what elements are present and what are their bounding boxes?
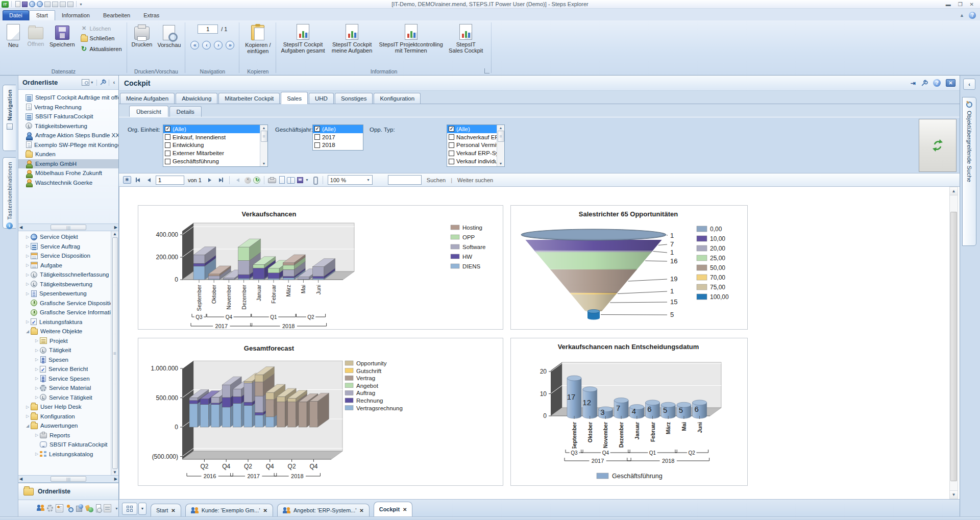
neu-button[interactable]: Neu bbox=[2, 22, 24, 67]
sidebar-tab-tastenkombinationen[interactable]: Tastenkombinationen i bbox=[3, 157, 16, 229]
ribbon-tab-extras[interactable]: Extras bbox=[137, 11, 166, 20]
tab-close-icon[interactable]: ✕ bbox=[403, 507, 407, 512]
tab-mitarbeiter-cockpit[interactable]: Mitarbeiter Cockpit bbox=[218, 93, 280, 104]
last-page-button[interactable] bbox=[216, 176, 226, 185]
document-tab-kunde-exemplo-gm-[interactable]: Kunde: 'Exemplo Gm...'✕ bbox=[185, 504, 273, 516]
subtab-übersicht[interactable]: Übersicht bbox=[129, 106, 168, 117]
settings-icon[interactable] bbox=[47, 505, 54, 512]
filter-option[interactable]: Verkauf individuell bbox=[447, 157, 497, 165]
page-number-input[interactable] bbox=[198, 24, 218, 34]
filter-option[interactable]: Entwicklung bbox=[163, 141, 260, 150]
expander-icon[interactable]: ▷ bbox=[24, 273, 31, 277]
sidebar-hscrollbar[interactable]: ◀▶ bbox=[18, 224, 118, 231]
loeschen-button[interactable]: ✕Löschen bbox=[81, 25, 122, 32]
report-print-icon[interactable] bbox=[268, 178, 276, 183]
filter-option[interactable]: Nachverkauf ERP-Syste bbox=[447, 133, 497, 141]
ordnerliste-banner[interactable]: Ordnerliste bbox=[18, 483, 118, 500]
cockpit-close-icon[interactable]: ✕ bbox=[946, 79, 955, 87]
page-setup-icon[interactable] bbox=[287, 176, 295, 184]
expander-icon[interactable]: ▷ bbox=[34, 452, 40, 456]
tree-item-service-auftrag[interactable]: ▷Service Auftrag bbox=[18, 242, 111, 252]
tree-item-konfiguration[interactable]: ▷Konfiguration bbox=[18, 412, 111, 422]
suchen-button[interactable]: Suchen bbox=[424, 177, 449, 183]
tab-abwicklung[interactable]: Abwicklung bbox=[176, 93, 217, 104]
tab-meine-aufgaben[interactable]: Meine Aufgaben bbox=[120, 93, 175, 104]
ribbon-tab-information[interactable]: Information bbox=[55, 11, 96, 20]
expander-icon[interactable]: ▷ bbox=[34, 338, 40, 343]
checkbox[interactable] bbox=[449, 159, 454, 164]
globe-package-icon[interactable] bbox=[76, 504, 84, 512]
last-page-icon[interactable]: » bbox=[226, 41, 234, 49]
contact-card-icon[interactable] bbox=[56, 504, 63, 512]
checkbox[interactable] bbox=[449, 142, 454, 148]
tree-item-service-tätigkeit[interactable]: ▷Service Tätigkeit bbox=[18, 393, 111, 403]
expander-icon[interactable]: ▷ bbox=[34, 395, 40, 400]
checkbox[interactable] bbox=[165, 159, 170, 164]
window-list-button[interactable] bbox=[122, 503, 137, 515]
zoom-select[interactable]: 100 %▼ bbox=[328, 175, 373, 185]
cockpit-meine-aufgaben-button[interactable]: StepsIT Cockpit meine Aufgaben bbox=[328, 22, 377, 67]
print-layout-icon[interactable] bbox=[279, 176, 285, 184]
ribbon-tab-bearbeiten[interactable]: Bearbeiten bbox=[96, 11, 137, 20]
drucken-button[interactable]: Drucken bbox=[129, 22, 155, 67]
expander-icon[interactable]: ▷ bbox=[24, 254, 31, 258]
tree-item-auswertungen[interactable]: ◢Auswertungen bbox=[18, 421, 111, 431]
next-page-button[interactable] bbox=[205, 176, 214, 185]
expander-icon[interactable]: ▷ bbox=[24, 414, 31, 418]
tree-hscrollbar[interactable]: ◀▶ bbox=[18, 475, 118, 483]
expander-icon[interactable]: ▷ bbox=[24, 244, 31, 249]
document-clock-icon[interactable] bbox=[96, 504, 102, 512]
favorite-item-waschtechnik-goerke[interactable]: Waschtechnik Goerke bbox=[18, 178, 118, 188]
expander-icon[interactable]: ▷ bbox=[34, 367, 40, 372]
tree-item-service-objekt[interactable]: ▷Service Objekt bbox=[18, 232, 111, 242]
report-page-input[interactable] bbox=[156, 176, 184, 185]
ribbon-tab-datei[interactable]: Datei bbox=[3, 10, 29, 20]
tree-item-leistungskatalog[interactable]: ▷Leistungskatalog bbox=[18, 450, 111, 459]
prev-page-button[interactable] bbox=[144, 176, 154, 185]
back-button[interactable] bbox=[233, 176, 242, 185]
tab-sales[interactable]: Sales bbox=[281, 92, 308, 104]
expander-icon[interactable]: ▷ bbox=[24, 235, 31, 239]
contacts-icon[interactable] bbox=[37, 504, 44, 512]
tree-item-service-spesen[interactable]: ▷Service Spesen bbox=[18, 374, 111, 384]
sidebar-tab-navigation[interactable]: Navigation bbox=[3, 85, 16, 151]
prev-page-icon[interactable]: ‹ bbox=[202, 41, 211, 49]
attachment-icon[interactable] bbox=[311, 176, 319, 184]
minimize-button[interactable]: ▬ bbox=[946, 2, 951, 7]
schliessen-button[interactable]: Schließen bbox=[81, 35, 122, 42]
tab-close-icon[interactable]: ✕ bbox=[263, 508, 267, 513]
checkbox[interactable] bbox=[314, 134, 320, 140]
document-tab-angebot-erp-system-[interactable]: Angebot: 'ERP-System...'✕ bbox=[277, 504, 370, 516]
filter-option[interactable]: (Alle) bbox=[313, 125, 363, 133]
tree-item-spesen[interactable]: ▷Spesen bbox=[18, 355, 111, 365]
expander-icon[interactable]: ▷ bbox=[34, 433, 40, 437]
favorite-item-exemplo-sw-pflege-mit-kontingent[interactable]: Exemplo SW-Pflege mit Kontingent bbox=[18, 140, 118, 150]
tree-item-grafische-service-disposition[interactable]: Grafische Service Disposition bbox=[18, 299, 111, 308]
favorite-item-stepsit-cockpit-aufträge-mit-offen[interactable]: StepsIT Cockpit Aufträge mit offen bbox=[18, 93, 118, 103]
favorite-item-vertrag-rechnung[interactable]: Vertrag Rechnung bbox=[18, 103, 118, 112]
ribbon-collapse-icon[interactable]: ▲ bbox=[960, 13, 964, 18]
kopieren-einfuegen-button[interactable]: Kopieren / einfügen bbox=[241, 22, 274, 67]
checkbox[interactable] bbox=[449, 134, 454, 140]
person-search-icon[interactable] bbox=[66, 504, 74, 512]
weiter-suchen-button[interactable]: Weiter suchen bbox=[454, 177, 496, 183]
tree-item-weitere-objekte[interactable]: ◢Weitere Objekte bbox=[18, 327, 111, 336]
aktualisieren-button[interactable]: ↻Aktualisieren bbox=[81, 45, 122, 53]
checkbox[interactable] bbox=[449, 126, 454, 132]
refresh-button[interactable] bbox=[919, 119, 957, 172]
window-list-dropdown-icon[interactable]: ▼ bbox=[138, 503, 146, 515]
sidebar-collapse-icon[interactable]: ‹ bbox=[112, 80, 116, 85]
filter-option[interactable]: Externer Mitarbeiter bbox=[163, 149, 260, 157]
favorite-item-exemplo-gmbh[interactable]: Exemplo GmbH bbox=[18, 159, 118, 169]
sales-cockpit-button[interactable]: StepsIT Sales Cockpit bbox=[446, 22, 486, 67]
speichern-button[interactable]: Speichern bbox=[47, 22, 78, 67]
tab-close-icon[interactable]: ✕ bbox=[171, 508, 175, 513]
listbox-scrollbar[interactable]: ▲▼ bbox=[260, 125, 267, 166]
tree-item-grafische-service-information[interactable]: Grafische Service Information bbox=[18, 308, 111, 317]
tab-uhd[interactable]: UHD bbox=[309, 93, 334, 104]
oeffnen-button[interactable]: Öffnen bbox=[24, 22, 47, 67]
filter-option[interactable]: (Alle) bbox=[163, 125, 260, 133]
tree-item-sbsit-fakturacockpit[interactable]: SBSIT FakturaCockpit bbox=[18, 440, 111, 450]
dialog-launcher-icon[interactable] bbox=[484, 68, 489, 73]
ribbon-tab-start[interactable]: Start bbox=[29, 10, 55, 20]
